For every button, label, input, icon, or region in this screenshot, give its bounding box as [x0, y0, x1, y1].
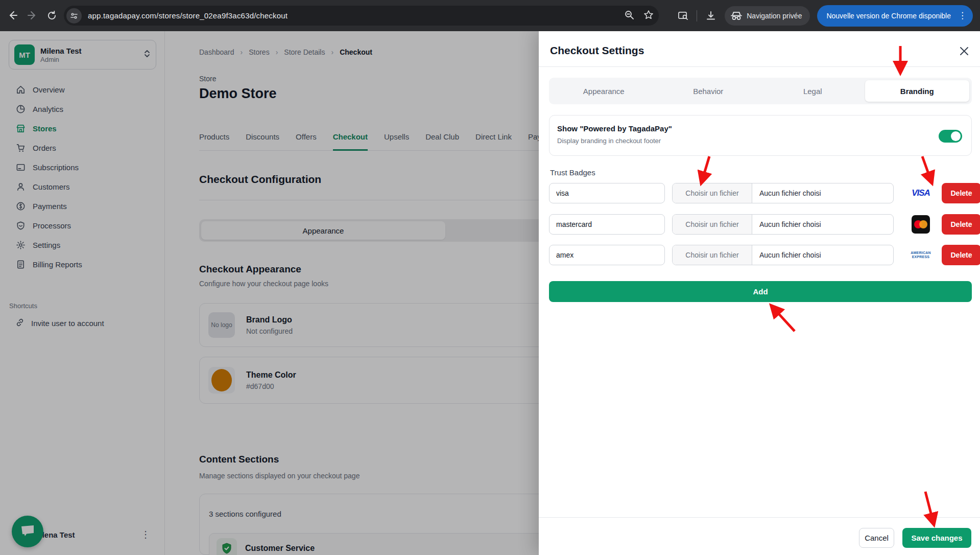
browser-forward-icon[interactable] [26, 9, 39, 22]
trust-badge-row-mastercard: Choisir un fichier Aucun fichier choisi … [549, 214, 972, 235]
cancel-button[interactable]: Cancel [859, 528, 894, 548]
site-info-icon[interactable] [66, 8, 82, 24]
chrome-update-label: Nouvelle version de Chrome disponible [826, 12, 951, 20]
file-choose-button[interactable]: Choisir un fichier [673, 215, 752, 234]
toggle-knob [951, 131, 961, 141]
incognito-badge[interactable]: Navigation privée [725, 6, 810, 26]
incognito-label: Navigation privée [747, 12, 802, 20]
panel-tab-branding[interactable]: Branding [865, 80, 970, 102]
trust-badge-row-amex: Choisir un fichier Aucun fichier choisi … [549, 245, 972, 265]
trust-badge-row-visa: Choisir un fichier Aucun fichier choisi … [549, 183, 972, 203]
divider [539, 66, 980, 67]
downloads-icon[interactable] [704, 9, 718, 22]
file-choose-button[interactable]: Choisir un fichier [673, 245, 752, 265]
file-name-text: Aucun fichier choisi [752, 251, 893, 259]
delete-badge-button[interactable]: Delete [942, 183, 980, 203]
zoom-icon[interactable] [624, 10, 634, 22]
powered-by-toggle[interactable] [939, 130, 962, 143]
panel-tab-bar: Appearance Behavior Legal Branding [549, 78, 972, 104]
bookmark-star-icon[interactable] [643, 10, 654, 22]
powered-by-title: Show "Powered by TagadaPay" [557, 124, 672, 133]
visa-logo: VISA [910, 183, 932, 203]
browser-menu-icon[interactable]: ⋮ [956, 11, 969, 20]
toolbar-separator [697, 10, 697, 21]
trust-badges-label: Trust Badges [550, 168, 595, 177]
badge-file-input[interactable]: Choisir un fichier Aucun fichier choisi [672, 245, 894, 265]
close-icon[interactable] [958, 44, 971, 58]
screen: app.tagadapay.com/stores/store_02ea9f3ac… [0, 0, 980, 555]
chrome-update-button[interactable]: Nouvelle version de Chrome disponible ⋮ [817, 5, 973, 27]
file-name-text: Aucun fichier choisi [752, 189, 893, 197]
amex-logo: AMERICANEXPRESS [910, 245, 932, 265]
file-choose-button[interactable]: Choisir un fichier [673, 183, 752, 203]
powered-by-subtitle: Display branding in checkout footer [557, 137, 661, 145]
panel-tab-behavior[interactable]: Behavior [656, 80, 761, 102]
delete-badge-button[interactable]: Delete [942, 214, 980, 235]
mastercard-logo [910, 214, 932, 235]
browser-toolbar: app.tagadapay.com/stores/store_02ea9f3ac… [0, 0, 980, 31]
badge-name-input[interactable] [549, 245, 665, 265]
panel-title: Checkout Settings [550, 44, 644, 57]
panel-tab-legal[interactable]: Legal [760, 80, 865, 102]
file-name-text: Aucun fichier choisi [752, 220, 893, 228]
address-bar[interactable]: app.tagadapay.com/stores/store_02ea9f3ac… [64, 6, 659, 26]
save-changes-button[interactable]: Save changes [902, 528, 971, 548]
panel-tab-appearance[interactable]: Appearance [552, 80, 656, 102]
checkout-settings-panel: Checkout Settings Appearance Behavior Le… [539, 31, 980, 555]
badge-name-input[interactable] [549, 214, 665, 235]
incognito-icon [731, 11, 742, 20]
delete-badge-button[interactable]: Delete [942, 245, 980, 265]
divider [539, 517, 980, 518]
browser-reload-icon[interactable] [45, 9, 58, 22]
search-tabs-icon[interactable] [676, 9, 689, 22]
badge-file-input[interactable]: Choisir un fichier Aucun fichier choisi [672, 183, 894, 203]
browser-back-icon[interactable] [6, 9, 19, 22]
url-text: app.tagadapay.com/stores/store_02ea9f3ac… [88, 11, 288, 20]
badge-file-input[interactable]: Choisir un fichier Aucun fichier choisi [672, 214, 894, 235]
powered-by-card: Show "Powered by TagadaPay" Display bran… [549, 115, 972, 156]
badge-name-input[interactable] [549, 183, 665, 203]
add-badge-button[interactable]: Add [549, 281, 972, 302]
